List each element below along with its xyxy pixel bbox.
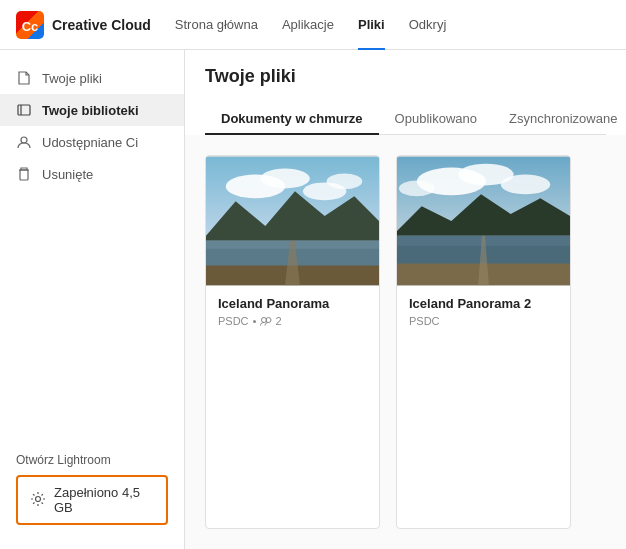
meta-dot-1 bbox=[253, 320, 256, 323]
file-type-2: PSDC bbox=[409, 315, 440, 327]
nav-item-discover[interactable]: Odkryj bbox=[409, 13, 447, 36]
file-info-2: Iceland Panorama 2 PSDC bbox=[397, 286, 570, 337]
svg-rect-5 bbox=[20, 170, 28, 180]
collaborators-icon-1 bbox=[260, 316, 272, 326]
sidebar-item-libraries[interactable]: Twoje biblioteki bbox=[0, 94, 184, 126]
svg-point-15 bbox=[327, 174, 363, 190]
sidebar-item-your-files-label: Twoje pliki bbox=[42, 71, 102, 86]
file-meta-1: PSDC 2 bbox=[218, 315, 367, 327]
open-lightroom-link[interactable]: Otwórz Lightroom bbox=[16, 453, 168, 467]
sidebar-item-shared-label: Udostępniane Ci bbox=[42, 135, 138, 150]
tab-cloud-docs[interactable]: Dokumenty w chmurze bbox=[205, 103, 379, 134]
gear-icon bbox=[30, 491, 46, 510]
file-name-1: Iceland Panorama bbox=[218, 296, 367, 311]
sidebar-item-your-files[interactable]: Twoje pliki bbox=[0, 62, 184, 94]
sidebar-item-libraries-label: Twoje biblioteki bbox=[42, 103, 139, 118]
storage-box[interactable]: Zapełniono 4,5 GB bbox=[16, 475, 168, 525]
sidebar-nav: Twoje pliki Twoje biblioteki bbox=[0, 62, 184, 190]
creative-cloud-logo: Cc bbox=[16, 11, 44, 39]
sidebar-item-deleted-label: Usunięte bbox=[42, 167, 93, 182]
file-thumbnail-1 bbox=[206, 156, 379, 286]
tab-synced[interactable]: Zsynchronizowane bbox=[493, 103, 626, 134]
file-grid: Iceland Panorama PSDC 2 bbox=[185, 135, 626, 549]
nav-item-apps[interactable]: Aplikacje bbox=[282, 13, 334, 36]
storage-label: Zapełniono 4,5 GB bbox=[54, 485, 154, 515]
nav-item-home[interactable]: Strona główna bbox=[175, 13, 258, 36]
collaborators-count-1: 2 bbox=[276, 315, 282, 327]
nav-item-files[interactable]: Pliki bbox=[358, 13, 385, 36]
app-name: Creative Cloud bbox=[52, 17, 151, 33]
main-layout: Twoje pliki Twoje biblioteki bbox=[0, 50, 626, 549]
library-icon bbox=[16, 102, 32, 118]
sidebar: Twoje pliki Twoje biblioteki bbox=[0, 50, 185, 549]
svg-point-13 bbox=[260, 169, 309, 189]
svg-point-27 bbox=[399, 180, 435, 196]
top-nav: Cc Creative Cloud Strona główna Aplikacj… bbox=[0, 0, 626, 50]
file-icon bbox=[16, 70, 32, 86]
logo-area: Cc Creative Cloud bbox=[16, 11, 151, 39]
file-card-2[interactable]: Iceland Panorama 2 PSDC bbox=[396, 155, 571, 529]
trash-icon bbox=[16, 166, 32, 182]
file-type-1: PSDC bbox=[218, 315, 249, 327]
tab-published[interactable]: Opublikowano bbox=[379, 103, 493, 134]
file-thumbnail-2 bbox=[397, 156, 570, 286]
sidebar-bottom: Otwórz Lightroom Zapełniono 4,5 GB bbox=[0, 441, 184, 537]
svg-point-4 bbox=[21, 137, 27, 143]
page-title: Twoje pliki bbox=[205, 66, 606, 87]
svg-rect-2 bbox=[18, 105, 30, 115]
main-content: Twoje pliki Dokumenty w chmurze Opubliko… bbox=[185, 50, 626, 549]
file-name-2: Iceland Panorama 2 bbox=[409, 296, 558, 311]
svg-point-6 bbox=[36, 496, 41, 501]
file-meta-2: PSDC bbox=[409, 315, 558, 327]
tabs-row: Dokumenty w chmurze Opublikowano Zsynchr… bbox=[205, 103, 606, 135]
file-info-1: Iceland Panorama PSDC 2 bbox=[206, 286, 379, 337]
main-header: Twoje pliki Dokumenty w chmurze Opubliko… bbox=[185, 50, 626, 135]
sidebar-item-shared[interactable]: Udostępniane Ci bbox=[0, 126, 184, 158]
sidebar-item-deleted[interactable]: Usunięte bbox=[0, 158, 184, 190]
nav-items: Strona główna Aplikacje Pliki Odkryj bbox=[175, 13, 610, 36]
svg-text:Cc: Cc bbox=[22, 19, 39, 34]
file-card-1[interactable]: Iceland Panorama PSDC 2 bbox=[205, 155, 380, 529]
shared-icon bbox=[16, 134, 32, 150]
svg-point-26 bbox=[501, 175, 550, 195]
